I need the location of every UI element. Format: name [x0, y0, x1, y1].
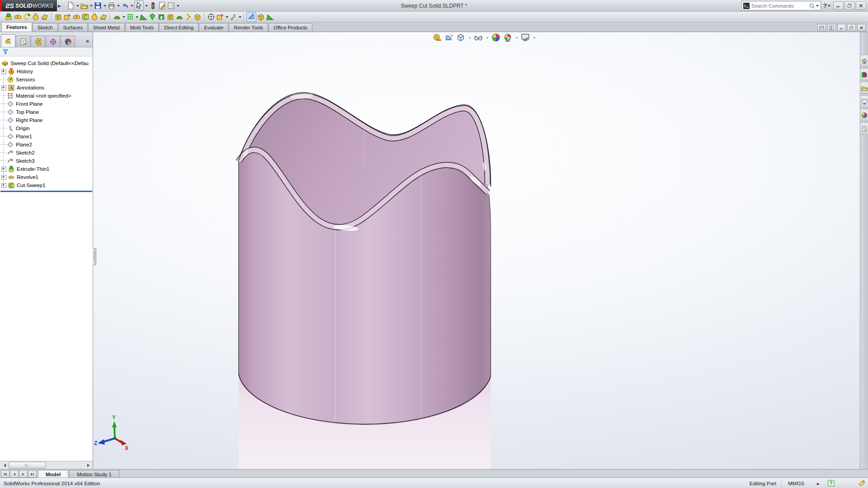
tree-item-front-plane[interactable]: Front Plane — [0, 100, 93, 108]
search-dropdown-icon[interactable] — [816, 5, 819, 8]
tree-item-origin[interactable]: Origin — [0, 124, 93, 132]
solidworks-resources-button[interactable] — [860, 55, 868, 67]
rollback-bar[interactable] — [0, 191, 92, 192]
boundary-boss-button[interactable] — [40, 13, 49, 22]
options-button[interactable] — [167, 1, 175, 10]
expand-plus-icon[interactable] — [1, 183, 6, 188]
expand-plus-icon[interactable] — [1, 69, 6, 74]
tree-item-right-plane[interactable]: Right Plane — [0, 116, 93, 124]
custom-properties-button[interactable] — [860, 122, 868, 135]
tab-motion-study-1[interactable]: Motion Study 1 — [69, 470, 119, 478]
tree-item-annotations[interactable]: AAnnotations — [0, 84, 93, 92]
tab-office-products[interactable]: Office Products — [269, 23, 312, 32]
quick-tips-icon[interactable]: ? — [828, 480, 835, 487]
undo-dropdown-icon[interactable] — [131, 5, 133, 8]
tab-direct-editing[interactable]: Direct Editing — [159, 23, 198, 32]
panel-tab-propertymanager[interactable] — [16, 36, 30, 47]
view-orientation-button[interactable] — [456, 33, 466, 42]
toolbar-expand-arrow[interactable]: ▶ — [58, 4, 61, 8]
draft-button[interactable] — [139, 13, 148, 22]
instant3d-button[interactable] — [246, 12, 256, 22]
edit-appearance-button[interactable] — [491, 33, 501, 42]
extruded-boss-button[interactable] — [4, 13, 13, 22]
boundary-cut-button[interactable] — [99, 13, 108, 22]
tile-horizontal-button[interactable] — [817, 24, 826, 31]
zoom-to-fit-button[interactable] — [432, 33, 442, 42]
tree-item-material-not-specified-[interactable]: Material <not specified> — [0, 92, 93, 100]
view-palette-button[interactable] — [860, 95, 868, 108]
lofted-boss-button[interactable] — [31, 13, 40, 22]
tab-evaluate[interactable]: Evaluate — [199, 23, 228, 32]
lofted-cut-button[interactable] — [90, 13, 99, 22]
intersect-button[interactable] — [148, 13, 157, 22]
tab-surfaces[interactable]: Surfaces — [58, 23, 88, 32]
appearances-scenes-button[interactable] — [860, 109, 868, 121]
swept-cut-button[interactable] — [81, 13, 90, 22]
undo-button[interactable] — [121, 1, 129, 10]
zoom-to-area-button[interactable] — [444, 33, 454, 42]
curve-wizard-dropdown-icon[interactable] — [226, 16, 228, 19]
help-dropdown-icon[interactable] — [828, 5, 830, 8]
scrollbar-thumb[interactable] — [9, 462, 46, 469]
close-doc-button[interactable] — [857, 24, 866, 31]
design-library-button[interactable] — [860, 68, 868, 80]
tree-item-sensors[interactable]: Sensors — [0, 75, 93, 84]
open-dropdown-icon[interactable] — [90, 5, 93, 8]
panel-tab-dimxpertmanager[interactable] — [46, 36, 60, 47]
next-tab-button[interactable] — [19, 470, 28, 478]
last-tab-button[interactable] — [28, 470, 37, 478]
tab-sketch[interactable]: Sketch — [33, 23, 58, 32]
first-tab-button[interactable] — [1, 470, 9, 478]
shell-button[interactable] — [157, 13, 166, 22]
rebuild-button[interactable] — [149, 1, 157, 10]
select-button[interactable] — [134, 0, 144, 11]
cube-tool-button[interactable] — [256, 13, 265, 22]
expand-plus-icon[interactable] — [1, 175, 6, 180]
dome-button[interactable] — [175, 13, 184, 22]
tree-item-plane1[interactable]: Plane1 — [0, 132, 93, 141]
new-document-button[interactable] — [66, 1, 75, 10]
curves-button[interactable] — [229, 13, 238, 22]
tile-vertical-button[interactable] — [827, 24, 836, 31]
tree-filter-bar[interactable] — [0, 47, 93, 56]
revolved-cut-button[interactable] — [72, 13, 81, 22]
graphics-area[interactable]: Y Z X — [93, 32, 860, 469]
revolved-boss-button[interactable] — [13, 13, 22, 22]
search-icon[interactable] — [809, 3, 815, 9]
tree-item-top-plane[interactable]: Top Plane — [0, 108, 93, 116]
tree-item-sketch2[interactable]: Sketch2 — [0, 149, 93, 157]
reference-geometry-button[interactable] — [207, 13, 216, 22]
options-dropdown-icon[interactable] — [177, 5, 179, 8]
tree-item-revolve1[interactable]: Revolve1 — [0, 173, 93, 181]
curve-wizard-button[interactable] — [216, 13, 225, 22]
hole-wizard-button[interactable] — [63, 13, 72, 22]
hide-show-items-button[interactable] — [473, 33, 483, 42]
restore-button[interactable] — [844, 1, 855, 10]
feature-tree-root[interactable]: Sweep Cut Solid (Default<<Defau — [0, 59, 93, 67]
save-button[interactable] — [94, 1, 102, 10]
panel-tab-displaymanager[interactable] — [61, 36, 75, 47]
select-dropdown-icon[interactable] — [145, 5, 148, 8]
scroll-left-icon[interactable] — [0, 462, 7, 469]
tab-render-tools[interactable]: Render Tools — [229, 23, 268, 32]
curves-dropdown-icon[interactable] — [239, 16, 241, 19]
view-orientation-dropdown-icon[interactable] — [468, 37, 471, 40]
view-settings-button[interactable] — [520, 33, 530, 42]
hide-show-items-dropdown-icon[interactable] — [486, 37, 489, 40]
flex-button[interactable] — [184, 13, 193, 22]
tab-features[interactable]: Features — [1, 22, 32, 32]
new-document-dropdown-icon[interactable] — [76, 5, 79, 8]
sweep-cut-model[interactable] — [93, 32, 860, 469]
linear-pattern-button[interactable] — [126, 13, 135, 22]
apply-scene-dropdown-icon[interactable] — [515, 37, 518, 40]
fillet-dropdown-icon[interactable] — [123, 16, 125, 19]
wrap-button[interactable] — [193, 13, 202, 22]
file-properties-button[interactable] — [158, 1, 166, 10]
help-button[interactable]: ? — [823, 2, 831, 9]
extruded-cut-button[interactable] — [54, 13, 63, 22]
tree-item-cut-sweep1[interactable]: Cut-Sweep1 — [0, 181, 93, 189]
minimize-button[interactable] — [833, 1, 844, 10]
tab-model[interactable]: Model — [38, 470, 68, 478]
tree-item-sketch3[interactable]: Sketch3 — [0, 157, 93, 165]
tree-item-history[interactable]: History — [0, 67, 93, 75]
